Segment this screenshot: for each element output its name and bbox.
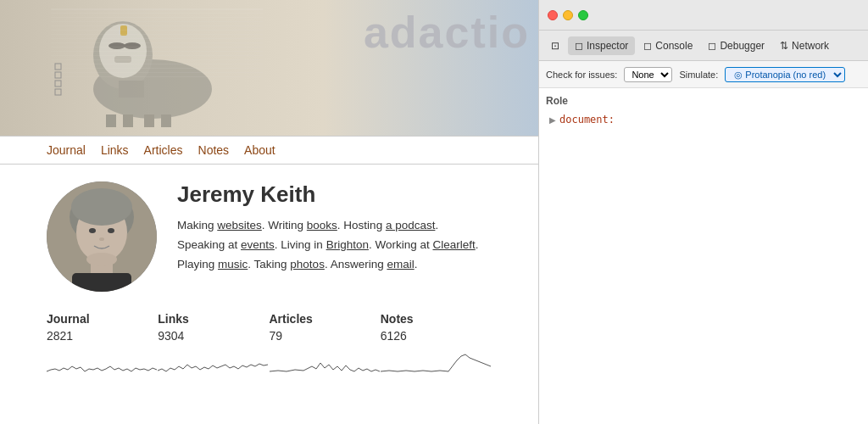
- devtools-toolbar: ⊡ ◻ Inspector ◻ Console ◻ Debugger ⇅ Net…: [539, 31, 868, 61]
- stat-notes-count: 6126: [381, 329, 492, 343]
- console-label: Console: [655, 40, 693, 52]
- tree-document-tag: document:: [559, 114, 615, 126]
- devtools-panel: ⊡ ◻ Inspector ◻ Console ◻ Debugger ⇅ Net…: [538, 0, 868, 424]
- devtools-console-btn[interactable]: ◻ Console: [637, 36, 699, 55]
- svg-rect-19: [51, 34, 263, 35]
- svg-rect-11: [144, 114, 154, 127]
- svg-rect-10: [123, 114, 133, 127]
- svg-rect-8: [119, 81, 144, 98]
- bio-events-link[interactable]: events: [241, 238, 275, 251]
- bio-photos-link[interactable]: photos: [290, 258, 325, 271]
- tree-arrow-icon: ▶: [549, 115, 556, 125]
- svg-point-40: [99, 237, 104, 241]
- svg-rect-42: [72, 273, 131, 292]
- svg-rect-13: [51, 8, 263, 10]
- stat-journal: Journal 2821: [47, 312, 158, 377]
- stat-articles-label: Articles: [270, 312, 381, 326]
- svg-rect-28: [51, 72, 263, 73]
- banner-image: [51, 8, 263, 127]
- devtools-a11y-bar: Check for issues: None Simulate: ◎ Prota…: [539, 61, 868, 88]
- svg-rect-21: [51, 42, 263, 43]
- traffic-light-close[interactable]: [548, 10, 558, 20]
- stat-notes: Notes 6126: [381, 312, 492, 377]
- bio-books-link[interactable]: books: [307, 219, 337, 232]
- site-title-area: adactio: [364, 7, 530, 58]
- simulate-select[interactable]: ◎ Protanopia (no red): [725, 67, 845, 82]
- stat-articles: Articles 79: [270, 312, 381, 377]
- profile-info: Jeremy Keith Making websites. Writing bo…: [177, 181, 479, 275]
- nav-about[interactable]: About: [244, 143, 275, 157]
- simulate-label: Simulate:: [679, 70, 718, 80]
- network-icon: ⇅: [780, 40, 788, 52]
- svg-rect-14: [51, 13, 263, 14]
- svg-point-38: [89, 228, 96, 233]
- bio-clearleft-link[interactable]: Clearleft: [432, 238, 475, 251]
- svg-rect-15: [51, 17, 263, 18]
- console-icon: ◻: [643, 40, 652, 52]
- bio-music-link[interactable]: music: [218, 258, 248, 271]
- debugger-icon: ◻: [708, 40, 716, 52]
- svg-rect-23: [51, 51, 263, 52]
- devtools-inspector-btn[interactable]: ◻ Inspector: [568, 36, 635, 55]
- devtools-pick-btn[interactable]: ⊡: [544, 36, 566, 55]
- traffic-light-minimize[interactable]: [563, 10, 573, 20]
- svg-rect-25: [51, 59, 263, 60]
- svg-rect-24: [51, 55, 263, 56]
- svg-point-5: [124, 42, 141, 49]
- tree-document-item[interactable]: ▶ document:: [546, 112, 861, 127]
- devtools-debugger-btn[interactable]: ◻ Debugger: [701, 36, 771, 55]
- inspector-label: Inspector: [587, 40, 628, 52]
- check-issues-select[interactable]: None: [624, 67, 672, 82]
- role-label: Role: [546, 95, 861, 107]
- svg-rect-12: [161, 114, 171, 127]
- traffic-light-maximize[interactable]: [578, 10, 588, 20]
- traffic-lights: [548, 10, 588, 20]
- nav-journal[interactable]: Journal: [47, 143, 86, 157]
- stat-journal-label: Journal: [47, 312, 158, 326]
- bio-podcast-link[interactable]: a podcast: [386, 219, 436, 232]
- site-nav: Journal Links Articles Notes About: [0, 136, 538, 165]
- stat-links: Links 9304: [158, 312, 269, 377]
- network-label: Network: [792, 40, 829, 52]
- stat-articles-count: 79: [270, 329, 381, 343]
- stat-journal-sparkline: [47, 348, 157, 373]
- svg-point-4: [108, 42, 125, 49]
- svg-rect-29: [51, 76, 263, 77]
- main-website: adactio Journal Links Articles Notes Abo…: [0, 0, 538, 424]
- svg-rect-20: [51, 38, 263, 39]
- nav-notes[interactable]: Notes: [198, 143, 230, 157]
- bio-email-link[interactable]: email: [387, 258, 414, 271]
- bio-websites-link[interactable]: websites: [217, 219, 262, 232]
- avatar: [47, 181, 157, 292]
- stat-articles-sparkline: [270, 348, 380, 373]
- nav-articles[interactable]: Articles: [144, 143, 183, 157]
- svg-rect-22: [51, 47, 263, 47]
- svg-rect-16: [51, 21, 263, 22]
- nav-links[interactable]: Links: [101, 143, 129, 157]
- svg-rect-18: [51, 30, 263, 31]
- profile-section: Jeremy Keith Making websites. Writing bo…: [47, 181, 492, 292]
- devtools-titlebar: [539, 0, 868, 31]
- stat-links-sparkline: [158, 348, 268, 373]
- devtools-network-btn[interactable]: ⇅ Network: [773, 36, 836, 55]
- bio-brighton-link[interactable]: Brighton: [326, 238, 369, 251]
- svg-rect-27: [51, 68, 263, 69]
- svg-rect-17: [51, 25, 263, 26]
- inspector-icon: ◻: [575, 40, 583, 52]
- pick-icon: ⊡: [551, 40, 559, 52]
- svg-rect-26: [51, 64, 263, 64]
- stat-links-count: 9304: [158, 329, 269, 343]
- svg-rect-9: [106, 114, 116, 127]
- site-title: adactio: [364, 8, 530, 57]
- svg-point-39: [108, 228, 114, 233]
- svg-point-43: [86, 253, 117, 266]
- stat-notes-label: Notes: [381, 312, 492, 326]
- stat-journal-count: 2821: [47, 329, 158, 343]
- site-content: Jeremy Keith Making websites. Writing bo…: [0, 165, 538, 393]
- site-header: adactio: [0, 0, 538, 136]
- stat-notes-sparkline: [381, 348, 491, 373]
- debugger-label: Debugger: [720, 40, 765, 52]
- stat-links-label: Links: [158, 312, 269, 326]
- svg-point-37: [71, 188, 132, 226]
- devtools-content: Role ▶ document:: [539, 88, 868, 424]
